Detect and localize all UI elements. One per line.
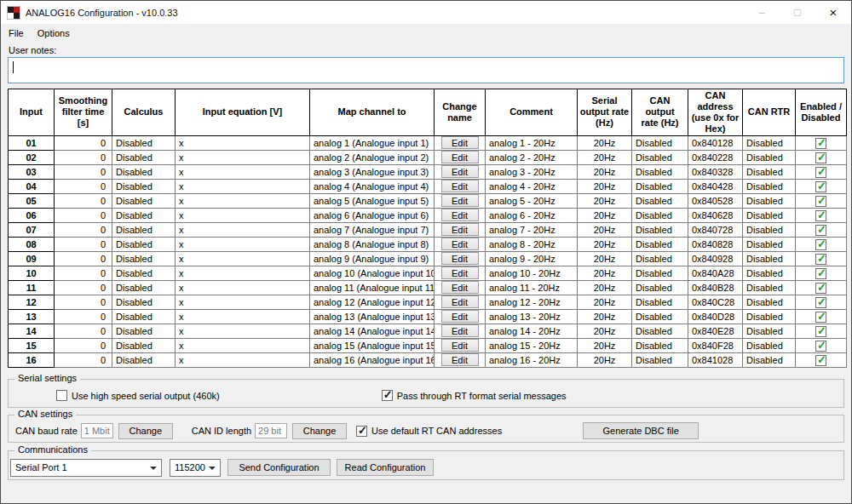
channel-row: 080Disabledxanalog 8 (Analogue input 8)E… [9,237,847,251]
change-baud-rate-button[interactable]: Change [118,423,173,439]
default-rt-can-checkbox[interactable] [356,426,367,437]
enabled-checkbox[interactable] [815,297,826,308]
map-cell: analog 12 (Analogue input 12) [310,295,435,309]
can-rtr-cell: Disabled [743,150,796,164]
serial-settings-content: Use high speed serial output (460k) Pass… [9,380,843,407]
enabled-checkbox[interactable] [815,341,826,352]
change-name-cell: Edit [435,266,486,280]
edit-name-button[interactable]: Edit [441,295,479,308]
edit-name-button[interactable]: Edit [441,136,479,149]
serial-port-select[interactable]: Serial Port 1 [10,459,162,477]
enabled-cell [796,164,847,179]
edit-name-button[interactable]: Edit [441,266,479,279]
edit-name-button[interactable]: Edit [441,209,479,221]
edit-name-button[interactable]: Edit [441,238,479,250]
enabled-checkbox[interactable] [815,254,826,265]
calculus-cell: Disabled [112,193,176,208]
menu-options[interactable]: Options [31,26,77,40]
column-header: Map channel to [310,89,435,136]
can-rtr-cell: Disabled [743,208,796,222]
enabled-checkbox[interactable] [815,312,826,323]
change-name-cell: Edit [435,135,486,150]
can-id-length-input[interactable]: 29 bit [255,423,287,438]
calculus-cell: Disabled [112,309,176,324]
calculus-cell: Disabled [112,324,176,338]
map-cell: analog 1 (Analogue input 1) [310,135,435,150]
enabled-checkbox[interactable] [815,167,826,178]
serial-rate-cell: 20Hz [578,222,632,237]
equation-cell: x [176,324,310,338]
comment-cell: analog 11 - 20Hz [486,280,578,295]
column-header: CAN output rate (Hz) [632,89,688,136]
enabled-checkbox[interactable] [815,138,826,149]
user-notes-input[interactable] [8,57,844,83]
comment-cell: analog 10 - 20Hz [486,266,578,280]
send-configuration-button[interactable]: Send Configuration [227,459,331,476]
close-icon[interactable]: × [815,1,851,24]
can-rtr-cell: Disabled [743,352,796,367]
column-header: CAN address (use 0x for Hex) [688,89,743,136]
serial-rate-cell: 20Hz [578,150,632,164]
change-name-cell: Edit [435,237,486,251]
can-settings-title: CAN settings [14,409,76,419]
minimize-icon[interactable]: – [744,1,780,24]
high-speed-serial-checkbox[interactable] [56,390,67,401]
pass-through-checkbox[interactable] [382,390,393,401]
enabled-checkbox[interactable] [815,283,826,294]
map-cell: analog 4 (Analogue input 4) [310,179,435,193]
read-configuration-button[interactable]: Read Configuration [337,459,434,476]
column-header: Input [9,89,55,136]
can-baud-rate-input[interactable]: 1 Mbit [81,423,113,438]
enabled-checkbox[interactable] [815,181,826,192]
can-rate-cell: Disabled [632,295,688,309]
channel-row: 070Disabledxanalog 7 (Analogue input 7)E… [9,222,847,237]
enabled-cell [796,193,847,208]
smoothing-cell: 0 [55,251,112,266]
can-address-cell: 0x840628 [688,208,743,222]
edit-name-button[interactable]: Edit [441,324,479,337]
enabled-checkbox[interactable] [815,210,826,221]
serial-rate-cell: 20Hz [578,251,632,266]
enabled-checkbox[interactable] [815,196,826,207]
smoothing-cell: 0 [55,352,112,367]
input-cell: 06 [9,208,55,222]
enabled-checkbox[interactable] [815,152,826,163]
input-cell: 07 [9,222,55,237]
baud-rate-select[interactable]: 115200 [170,459,221,477]
edit-name-button[interactable]: Edit [441,252,479,265]
can-address-cell: 0x840128 [688,135,743,150]
default-rt-can-option[interactable]: Use default RT CAN addresses [356,426,502,437]
edit-name-button[interactable]: Edit [441,353,479,366]
high-speed-serial-option[interactable]: Use high speed serial output (460k) [56,390,220,401]
channel-row: 020Disabledxanalog 2 (Analogue input 2)E… [9,150,847,164]
change-id-length-button[interactable]: Change [292,423,347,439]
edit-name-button[interactable]: Edit [441,151,479,163]
can-rate-cell: Disabled [632,352,688,367]
edit-name-button[interactable]: Edit [441,223,479,236]
column-header: Comment [486,89,578,136]
input-cell: 14 [9,324,55,338]
edit-name-button[interactable]: Edit [441,165,479,178]
comment-cell: analog 15 - 20Hz [486,338,578,352]
enabled-checkbox[interactable] [815,268,826,279]
map-cell: analog 9 (Analogue input 9) [310,251,435,266]
change-name-cell: Edit [435,251,486,266]
comment-cell: analog 4 - 20Hz [486,179,578,193]
edit-name-button[interactable]: Edit [441,194,479,207]
generate-dbc-button[interactable]: Generate DBC file [583,422,699,439]
enabled-checkbox[interactable] [815,239,826,250]
maximize-icon[interactable]: □ [780,1,815,24]
can-rate-cell: Disabled [632,222,688,237]
enabled-checkbox[interactable] [815,355,826,366]
can-rate-cell: Disabled [632,309,688,324]
enabled-checkbox[interactable] [815,326,826,337]
edit-name-button[interactable]: Edit [441,180,479,192]
edit-name-button[interactable]: Edit [441,310,479,323]
pass-through-option[interactable]: Pass through RT format serial messages [382,390,567,401]
edit-name-button[interactable]: Edit [441,281,479,294]
enabled-checkbox[interactable] [815,225,826,236]
change-name-cell: Edit [435,179,486,193]
edit-name-button[interactable]: Edit [441,339,479,352]
can-rate-cell: Disabled [632,193,688,208]
menu-file[interactable]: File [2,26,31,40]
